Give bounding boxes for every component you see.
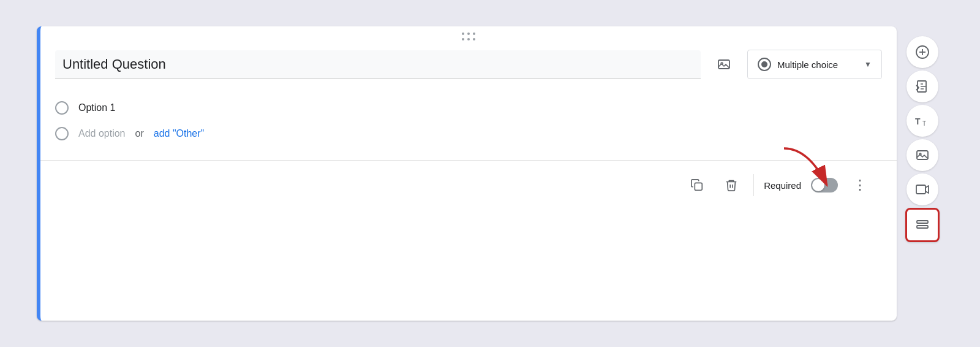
question-card: Untitled Question Multiple choice ▼ [37, 26, 897, 321]
type-label: Multiple choice [777, 59, 858, 70]
add-other-link[interactable]: add "Other" [154, 128, 205, 139]
add-video-button[interactable] [907, 174, 938, 205]
footer-divider [40, 160, 897, 161]
type-dropdown[interactable]: Multiple choice ▼ [747, 50, 882, 79]
svg-text:T: T [922, 120, 926, 127]
option-1-row: Option 1 [55, 94, 882, 122]
image-icon [717, 57, 731, 72]
radio-circle-1 [55, 101, 69, 115]
add-question-button[interactable] [907, 36, 938, 68]
import-icon [915, 79, 930, 94]
toggle-track [811, 178, 838, 193]
video-icon [915, 182, 930, 197]
add-image-button[interactable] [710, 51, 737, 78]
card-header: Untitled Question Multiple choice ▼ [40, 44, 897, 89]
add-option-row: Add option or add "Other" [55, 122, 882, 145]
more-options-button[interactable]: ⋮ [848, 173, 872, 197]
delete-icon [725, 178, 738, 192]
required-toggle[interactable] [811, 178, 838, 193]
copy-button[interactable] [685, 173, 709, 197]
import-questions-button[interactable] [907, 71, 938, 102]
or-text: or [135, 128, 144, 139]
image-sidebar-icon [915, 148, 930, 162]
right-sidebar: T T [902, 26, 943, 321]
svg-rect-2 [695, 183, 702, 190]
chevron-down-icon: ▼ [864, 60, 872, 69]
question-input-wrapper: Untitled Question [55, 50, 701, 79]
svg-rect-16 [917, 226, 928, 228]
drag-handle [40, 26, 897, 44]
add-option-label[interactable]: Add option [78, 128, 126, 139]
plus-circle-icon [915, 45, 930, 59]
text-icon: T T [914, 112, 931, 129]
toggle-thumb [812, 179, 824, 191]
options-section: Option 1 Add option or add "Other" [40, 89, 897, 155]
svg-rect-0 [718, 60, 729, 69]
required-label: Required [764, 180, 801, 191]
radio-icon [758, 58, 771, 71]
footer-vertical-divider [753, 174, 754, 196]
svg-text:T: T [915, 116, 921, 126]
delete-button[interactable] [719, 173, 744, 197]
add-section-button[interactable] [905, 208, 940, 242]
svg-rect-15 [917, 221, 928, 223]
section-icon [915, 218, 930, 232]
add-option-circle [55, 127, 69, 140]
card-footer: Required ⋮ [40, 166, 897, 205]
add-title-button[interactable]: T T [907, 105, 938, 137]
question-input[interactable]: Untitled Question [55, 50, 701, 79]
more-icon: ⋮ [853, 177, 867, 193]
svg-rect-12 [917, 151, 928, 159]
copy-icon [690, 178, 704, 192]
add-image-sidebar-button[interactable] [907, 139, 938, 171]
svg-rect-14 [916, 185, 925, 194]
page-wrapper: Untitled Question Multiple choice ▼ [37, 26, 943, 321]
option-1-text: Option 1 [78, 102, 115, 113]
